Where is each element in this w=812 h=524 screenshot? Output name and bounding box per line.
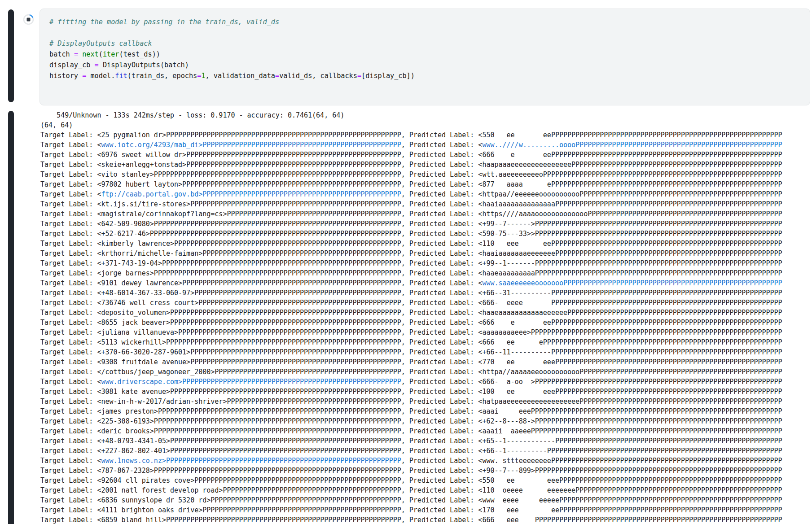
output-line: Target Label: <vito stanley>PPPPPPPPPPPP… (40, 170, 812, 179)
output-line: Target Label: <9101 dewey lawrence>PPPPP… (40, 278, 812, 288)
output-line: Target Label: <9308 fruitdale avenue>PPP… (40, 357, 812, 367)
output-link[interactable]: www.driverscape.com>PPPPPPPPPPPPPPPPPPPP… (101, 378, 401, 386)
stop-execution-button[interactable] (22, 13, 35, 26)
output-line: Target Label: <www.1news.co.nz>PPPPPPPPP… (40, 456, 812, 466)
output-line: Target Label: <+48-6014-367-33-060-97>PP… (40, 288, 812, 298)
cell-input-collapser[interactable] (8, 9, 14, 102)
output-line: Target Label: <6836 sunnyslope dr 5320 r… (40, 495, 812, 505)
output-line: Target Label: <ftp://caab.portal.gov.bd>… (40, 189, 812, 199)
output-line: Target Label: <+370-66-3020-287-9601>PPP… (40, 347, 812, 357)
output-line: Target Label: <skeie+anlegg+tonstad>PPPP… (40, 160, 812, 170)
output-line: Target Label: <225-308-6193>PPPPPPPPPPPP… (40, 416, 812, 426)
code-line: # DisplayOutputs callback (49, 38, 810, 49)
output-line: Target Label: <+52-6217-46>PPPPPPPPPPPPP… (40, 229, 812, 239)
output-line: Target Label: <3081 kate avenue>PPPPPPPP… (40, 387, 812, 397)
output-line: Target Label: <787-867-2328>PPPPPPPPPPPP… (40, 466, 812, 476)
output-line: Target Label: <4111 brighton oaks drive>… (40, 505, 812, 515)
cell-output-collapser[interactable] (8, 111, 14, 524)
output-line: Target Label: <kimberly lawrence>PPPPPPP… (40, 239, 812, 249)
output-line: Target Label: <25 pygmalion dr>PPPPPPPPP… (40, 130, 812, 140)
output-line: Target Label: </cottbus/jeep_wagoneer_20… (40, 367, 812, 377)
output-link[interactable]: www.1news.co.nz>PPPPPPPPPPPPPPPPPPPPPPPP… (101, 457, 401, 465)
output-line: Target Label: <92604 cll pirates cove>PP… (40, 476, 812, 485)
code-line: batch = next(iter(test_ds)) (49, 49, 810, 60)
output-line: Target Label: <642-509-9080>PPPPPPPPPPPP… (40, 219, 812, 229)
code-line: history = model.fit(train_ds, epochs=1, … (49, 70, 810, 81)
stop-square-icon (27, 18, 31, 22)
code-content: # fitting the model by passing in the tr… (40, 9, 810, 81)
output-line: Target Label: <97802 hubert layton>PPPPP… (40, 179, 812, 189)
output-line: Target Label: <+227-862-802-401>PPPPPPPP… (40, 446, 812, 456)
output-line: Target Label: <6859 bland hill>PPPPPPPPP… (40, 515, 812, 524)
code-editor[interactable]: # fitting the model by passing in the tr… (40, 9, 810, 105)
output-line: Target Label: <kt.ijs.si/tire-stores>PPP… (40, 199, 812, 209)
output-line: Target Label: <+48-0793-4341-05>PPPPPPPP… (40, 436, 812, 446)
output-link[interactable]: www.iotc.org/4293/mab_di>PPPPPPPPPPPPPPP… (101, 141, 401, 149)
output-link[interactable]: www.saaeeeeeeoooooooPPPPPPPPPPPPPPPPPPPP… (482, 279, 782, 287)
output-line: Target Label: <www.driverscape.com>PPPPP… (40, 377, 812, 387)
output-line: Target Label: <james preston>PPPPPPPPPPP… (40, 406, 812, 416)
cell-output: 549/Unknown - 133s 242ms/step - loss: 0.… (40, 110, 812, 524)
output-line: Target Label: <deric brooks>PPPPPPPPPPPP… (40, 426, 812, 436)
output-line: Target Label: <8655 jack beaver>PPPPPPPP… (40, 318, 812, 328)
output-line: Target Label: <5113 wickerhill>PPPPPPPPP… (40, 337, 812, 347)
output-link[interactable]: www..////w.........ooooPPPPPPPPPPPPPPPPP… (482, 141, 782, 149)
output-line: Target Label: <+371-743-19-04>PPPPPPPPPP… (40, 258, 812, 268)
output-line: (64, 64) (40, 120, 812, 130)
code-line: # fitting the model by passing in the tr… (49, 17, 810, 27)
output-line: Target Label: <new-in-h-w-2017/adrian-sh… (40, 397, 812, 406)
output-line: Target Label: <magistrale/corinnakopf?la… (40, 209, 812, 219)
code-line (49, 27, 810, 38)
output-line: Target Label: <juliana villanueva>PPPPPP… (40, 328, 812, 337)
busy-spinner-icon (22, 13, 35, 26)
output-line: Target Label: <2001 natl forest develop … (40, 485, 812, 495)
output-line: Target Label: <736746 well cress court>P… (40, 298, 812, 308)
output-line: Target Label: <www.iotc.org/4293/mab_di>… (40, 140, 812, 150)
code-line: display_cb = DisplayOutputs(batch) (49, 60, 810, 70)
output-text: 549/Unknown - 133s 242ms/step - loss: 0.… (40, 110, 812, 524)
output-line: Target Label: <6976 sweet willow dr>PPPP… (40, 150, 812, 160)
output-line: Target Label: <krthorri/michelle-faiman>… (40, 249, 812, 258)
output-line: Target Label: <deposito_volumen>PPPPPPPP… (40, 308, 812, 318)
output-line: Target Label: <jorge barnes>PPPPPPPPPPPP… (40, 268, 812, 278)
notebook-cell: # fitting the model by passing in the tr… (0, 0, 812, 524)
output-line: 549/Unknown - 133s 242ms/step - loss: 0.… (40, 110, 812, 120)
output-link[interactable]: ftp://caab.portal.gov.bd>PPPPPPPPPPPPPPP… (101, 190, 401, 198)
